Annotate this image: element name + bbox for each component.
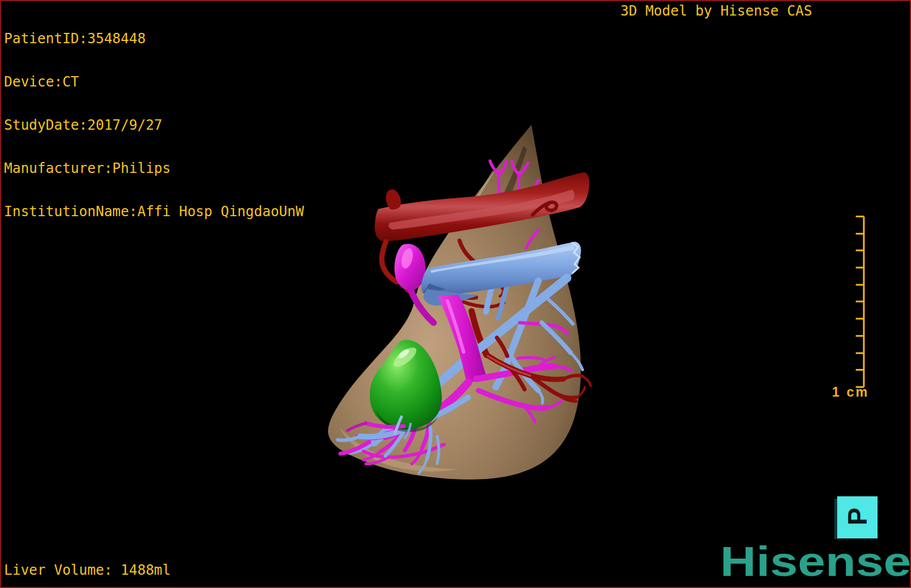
liver-volume-label: Liver Volume: 1488ml	[4, 563, 171, 578]
orientation-cube[interactable]: P	[833, 493, 879, 540]
study-date-line: StudyDate:2017/9/27	[4, 118, 304, 133]
scale-bar-label: 1 cm	[832, 385, 869, 400]
manufacturer-line: Manufacturer:Philips	[4, 161, 304, 176]
scale-ruler	[856, 217, 864, 387]
orientation-letter-posterior: P	[844, 507, 871, 525]
view-title: 3D Model by Hisense CAS	[620, 4, 812, 18]
viewer-window: { "window": { "background": "#000000", "…	[0, 0, 911, 588]
institution-line: InstitutionName:Affi Hosp QingdaoUnW	[4, 205, 304, 219]
orientation-cube-front-face[interactable]: P	[837, 496, 878, 538]
patient-info-block: PatientID:3548448 Device:CT StudyDate:20…	[4, 3, 304, 233]
patient-id-line: PatientID:3548448	[4, 32, 304, 46]
device-line: Device:CT	[4, 75, 304, 89]
hisense-logo: Hisense	[720, 541, 911, 582]
